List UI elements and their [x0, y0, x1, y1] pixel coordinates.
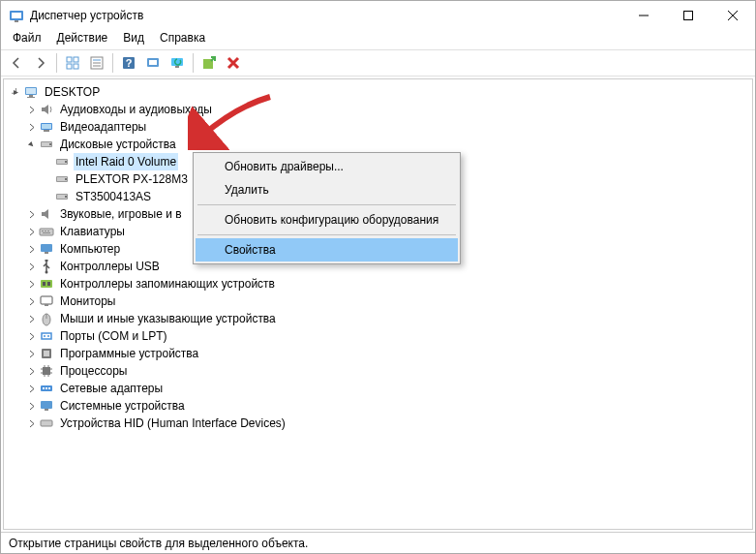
- minimize-icon: [639, 11, 649, 20]
- tree-label[interactable]: Звуковые, игровые и в: [58, 205, 184, 223]
- menu-help[interactable]: Справка: [152, 30, 213, 49]
- tree-label[interactable]: Видеоадаптеры: [58, 118, 148, 136]
- context-update-config[interactable]: Обновить конфигурацию оборудования: [196, 208, 458, 231]
- svg-rect-20: [175, 66, 179, 68]
- expander-icon[interactable]: [23, 276, 39, 292]
- expander-icon[interactable]: [23, 119, 39, 135]
- show-hidden-button[interactable]: [61, 51, 84, 75]
- forward-button[interactable]: [29, 51, 52, 75]
- disk-icon: [54, 154, 70, 169]
- tree-label[interactable]: Устройства HID (Human Interface Devices): [58, 415, 287, 432]
- tree-category[interactable]: Видеоадаптеры: [8, 118, 748, 136]
- minimize-button[interactable]: [621, 1, 666, 30]
- scan-button[interactable]: [141, 51, 165, 75]
- svg-rect-42: [42, 231, 44, 231]
- expander-icon[interactable]: [8, 84, 23, 100]
- tree-device-label[interactable]: Intel Raid 0 Volume: [74, 153, 178, 170]
- tree-root[interactable]: DESKTOP: [8, 83, 748, 101]
- svg-rect-50: [41, 280, 52, 288]
- tree-label[interactable]: Контроллеры USB: [58, 258, 162, 275]
- computer-icon: [23, 84, 39, 100]
- tree-category-disk[interactable]: Дисковые устройства: [8, 136, 748, 153]
- svg-point-37: [65, 178, 67, 180]
- tree-label[interactable]: Системные устройства: [58, 397, 187, 415]
- tree-category[interactable]: Контроллеры запоминающих устройств: [8, 275, 748, 292]
- back-button[interactable]: [5, 51, 28, 75]
- svg-rect-47: [45, 252, 48, 254]
- tree-device-label[interactable]: ST3500413AS: [74, 188, 153, 205]
- toolbar-separator: [112, 53, 113, 73]
- expander-icon[interactable]: [23, 102, 39, 117]
- expander-icon[interactable]: [23, 416, 39, 431]
- tree-label[interactable]: Программные устройства: [58, 345, 200, 362]
- menu-file[interactable]: Файл: [5, 30, 49, 49]
- tree-label[interactable]: Аудиовходы и аудиовыходы: [58, 101, 214, 118]
- expander-icon[interactable]: [23, 363, 39, 379]
- expander-icon[interactable]: [23, 346, 39, 361]
- menu-action[interactable]: Действие: [49, 30, 116, 49]
- network-icon: [39, 381, 54, 396]
- tree-label[interactable]: Клавиатуры: [58, 223, 127, 240]
- svg-rect-25: [27, 97, 35, 98]
- tree-category[interactable]: Сетевые адаптеры: [8, 380, 748, 397]
- svg-rect-49: [45, 260, 48, 262]
- context-update-drivers[interactable]: Обновить драйверы...: [196, 155, 458, 178]
- disk-icon: [54, 171, 70, 187]
- properties-button[interactable]: [85, 51, 108, 75]
- tree-label[interactable]: Мониторы: [58, 292, 117, 310]
- device-tree-panel[interactable]: DESKTOP Аудиовходы и аудиовыходы Видеоад…: [3, 78, 753, 530]
- svg-point-59: [47, 335, 49, 337]
- tree-category[interactable]: Устройства HID (Human Interface Devices): [8, 415, 748, 432]
- svg-rect-61: [44, 351, 49, 356]
- context-menu: Обновить драйверы... Удалить Обновить ко…: [193, 152, 461, 264]
- usb-icon: [39, 259, 54, 274]
- toolbar-separator: [56, 53, 57, 73]
- tree-root-label[interactable]: DESKTOP: [43, 83, 102, 101]
- computer-icon: [39, 241, 54, 257]
- expander-icon[interactable]: [23, 311, 39, 326]
- properties-icon: [89, 55, 105, 71]
- tree-label[interactable]: Дисковые устройства: [58, 136, 178, 153]
- tree-category[interactable]: Процессоры: [8, 362, 748, 380]
- svg-rect-41: [40, 229, 53, 235]
- expander-icon[interactable]: [23, 241, 39, 257]
- svg-rect-27: [42, 124, 51, 129]
- update-driver-icon: [201, 55, 217, 71]
- expander-icon[interactable]: [23, 328, 39, 344]
- tree-label[interactable]: Контроллеры запоминающих устройств: [58, 275, 277, 292]
- uninstall-button[interactable]: [222, 51, 245, 75]
- tree-category[interactable]: Аудиовходы и аудиовыходы: [8, 101, 748, 118]
- expander-icon[interactable]: [23, 224, 39, 239]
- tree-label[interactable]: Сетевые адаптеры: [58, 380, 165, 397]
- tree-label[interactable]: Мыши и иные указывающие устройства: [58, 310, 278, 327]
- svg-rect-77: [41, 420, 52, 426]
- tree-category[interactable]: Системные устройства: [8, 397, 748, 415]
- svg-text:?: ?: [126, 57, 133, 69]
- svg-rect-7: [67, 57, 72, 62]
- tree-label[interactable]: Компьютер: [58, 240, 122, 258]
- context-delete[interactable]: Удалить: [196, 178, 458, 201]
- close-button[interactable]: [711, 1, 755, 30]
- tree-category[interactable]: Мониторы: [8, 292, 748, 310]
- maximize-button[interactable]: [666, 1, 711, 30]
- expander-icon[interactable]: [23, 137, 39, 152]
- update-driver-button[interactable]: [197, 51, 221, 75]
- refresh-button[interactable]: [166, 51, 189, 75]
- svg-rect-62: [43, 367, 50, 375]
- expander-icon[interactable]: [23, 293, 39, 309]
- expander-icon[interactable]: [23, 381, 39, 396]
- context-properties[interactable]: Свойства: [196, 238, 458, 262]
- tree-category[interactable]: Мыши и иные указывающие устройства: [8, 310, 748, 327]
- tree-category[interactable]: Программные устройства: [8, 345, 748, 362]
- tree-category[interactable]: Порты (COM и LPT): [8, 327, 748, 345]
- tree-label[interactable]: Порты (COM и LPT): [58, 327, 169, 345]
- help-button[interactable]: ?: [117, 51, 140, 75]
- expander-icon[interactable]: [23, 398, 39, 414]
- menu-view[interactable]: Вид: [115, 30, 152, 49]
- software-device-icon: [39, 346, 54, 361]
- expander-icon[interactable]: [23, 259, 39, 274]
- expander-icon[interactable]: [23, 206, 39, 222]
- tree-device-label[interactable]: PLEXTOR PX-128M3: [74, 170, 190, 188]
- tree-label[interactable]: Процессоры: [58, 362, 130, 380]
- statusbar: Открытие страницы свойств для выделенног…: [1, 532, 755, 553]
